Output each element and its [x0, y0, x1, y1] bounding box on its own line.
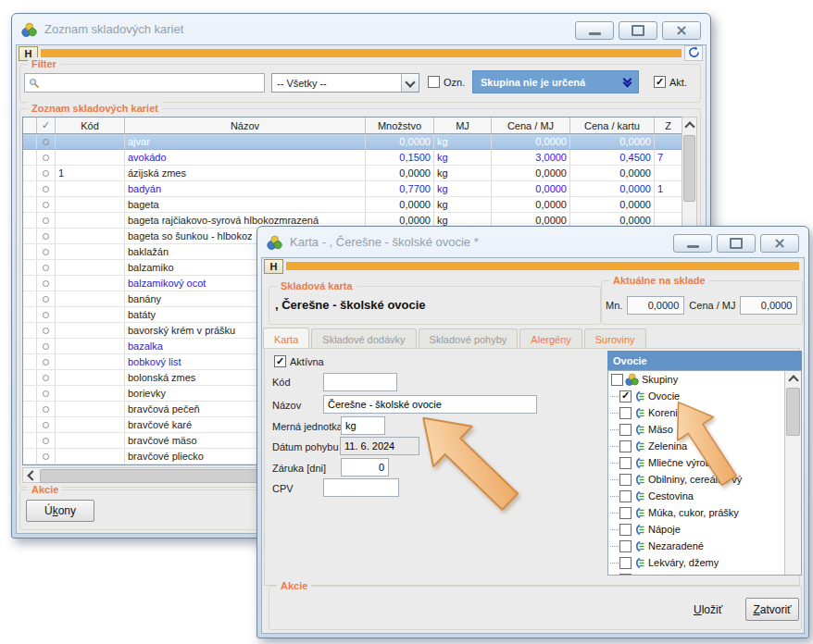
- group-filter-button[interactable]: Skupina nie je určená: [472, 70, 639, 93]
- skupiny-checkbox[interactable]: [611, 374, 623, 386]
- column-header[interactable]: Kód: [56, 118, 125, 133]
- checkmark-icon: ✓: [656, 77, 664, 87]
- scroll-left-arrow[interactable]: [23, 468, 38, 482]
- nazov-input[interactable]: [323, 395, 537, 414]
- tree-item[interactable]: Nápoje: [608, 521, 801, 538]
- table-row[interactable]: 1ázijská zmes0,0000kg0,00000,0000: [23, 166, 682, 181]
- toolbar-accent-bar: [41, 49, 682, 57]
- stock-list-titlebar[interactable]: Zoznam skladových kariet ×: [12, 14, 710, 44]
- cell-kod: [56, 197, 125, 212]
- tree-item-label: Koreniny: [648, 407, 688, 418]
- tab-alergeny[interactable]: Alergény: [519, 328, 582, 349]
- tree-item[interactable]: Obilniny, cereálne vý: [608, 471, 801, 488]
- tree-item-checkbox[interactable]: [619, 574, 632, 576]
- ukony-button-label-rest: ony: [58, 504, 76, 517]
- tree-item-label: Mäso: [648, 424, 673, 435]
- aktivna-checkbox[interactable]: ✓: [274, 355, 286, 367]
- app-icon: [267, 235, 282, 250]
- tree-item[interactable]: Mliečne výrobky: [608, 454, 801, 471]
- merna-jednotka-input[interactable]: [341, 416, 385, 435]
- history-button[interactable]: H: [264, 259, 283, 274]
- column-header[interactable]: Názov: [125, 118, 366, 133]
- stock-table-group-label: Zoznam skladových kariet: [28, 102, 162, 115]
- filter-type-dropdown[interactable]: -- Všetky --: [271, 73, 419, 93]
- row-marker-cell: [37, 229, 56, 243]
- akt-checkbox[interactable]: ✓: [654, 76, 666, 88]
- tab-skladove-dodavky[interactable]: Skladové dodávky: [311, 328, 416, 349]
- tree-item-checkbox[interactable]: [619, 490, 632, 502]
- tree-item-checkbox[interactable]: [619, 524, 632, 536]
- tree-item[interactable]: Cestovina: [608, 488, 801, 504]
- column-header[interactable]: Cena / MJ: [492, 118, 570, 133]
- column-header[interactable]: Množstvo: [366, 118, 434, 133]
- card-name-group: Skladová karta , Čerešne - školské ovoci…: [269, 286, 601, 325]
- zatvorit-button[interactable]: Zatvoriť: [745, 598, 799, 621]
- tree-item-checkbox[interactable]: [619, 540, 632, 552]
- scroll-up-arrow[interactable]: [682, 118, 696, 132]
- akt-checkbox-label: Akt.: [669, 77, 687, 88]
- tree-item[interactable]: Múka, cukor, prášky: [608, 504, 801, 521]
- tree-item[interactable]: Nezaradené: [608, 538, 801, 554]
- cpv-input[interactable]: [323, 478, 399, 497]
- close-button[interactable]: ×: [760, 234, 799, 253]
- vertical-scrollbar-thumb[interactable]: [683, 135, 695, 202]
- tree-item-checkbox[interactable]: [619, 407, 632, 419]
- tree-item-checkbox[interactable]: [619, 440, 632, 452]
- close-button[interactable]: ×: [662, 21, 701, 40]
- tree-item-checkbox[interactable]: [619, 457, 632, 469]
- tree-item[interactable]: ✓Ovocie: [608, 388, 801, 404]
- tree-item[interactable]: Koreniny: [608, 404, 801, 421]
- ozn-checkbox[interactable]: [428, 76, 440, 88]
- cena-mj-label: Cena / MJ: [689, 300, 735, 311]
- row-marker-icon: [43, 390, 49, 397]
- maximize-button[interactable]: [619, 21, 657, 40]
- tree-root-item[interactable]: Skupiny: [608, 371, 801, 388]
- group-icon: [633, 507, 645, 519]
- dropdown-arrow-button[interactable]: [401, 74, 419, 92]
- ukony-button[interactable]: Úkony: [26, 500, 94, 522]
- tree-item[interactable]: Lekváry, džemy: [608, 554, 801, 571]
- filter-search-input[interactable]: [43, 77, 264, 90]
- kod-input[interactable]: [323, 373, 397, 391]
- tab-suroviny[interactable]: Suroviny: [584, 328, 646, 349]
- column-header[interactable]: MJ: [434, 118, 492, 133]
- tab-skladove-pohyby[interactable]: Skladové pohyby: [419, 328, 519, 349]
- tree-item-checkbox[interactable]: [619, 474, 632, 486]
- maximize-button[interactable]: [717, 234, 756, 253]
- group-icon: [633, 490, 645, 502]
- row-marker-cell: [37, 449, 56, 464]
- tree-item-checkbox[interactable]: [619, 507, 632, 519]
- minimize-button[interactable]: [575, 21, 614, 40]
- datum-pohybu-input[interactable]: [340, 437, 419, 455]
- tree-item-checkbox[interactable]: [619, 557, 632, 569]
- row-marker-icon: [43, 328, 49, 334]
- row-spacer: [23, 370, 37, 385]
- group-filter-button-label: Skupina nie je určená: [481, 77, 585, 88]
- tab-karta[interactable]: Karta: [263, 328, 309, 349]
- tree-scrollbar-thumb[interactable]: [786, 388, 800, 436]
- table-row[interactable]: avokádo0,1500kg3,00000,45007: [23, 150, 682, 166]
- cell-nazov: avokádo: [125, 150, 366, 165]
- ulozit-button[interactable]: Uložiť: [688, 600, 728, 620]
- merna-jednotka-label: Merná jednotka: [272, 421, 343, 432]
- column-header[interactable]: ✓: [37, 118, 56, 133]
- tree-scrollbar[interactable]: [784, 371, 801, 575]
- table-row[interactable]: ajvar0,0000kg0,00000,0000: [23, 134, 682, 150]
- tree-item[interactable]: [608, 571, 801, 576]
- minimize-button[interactable]: [673, 234, 712, 253]
- row-marker-icon: [43, 139, 49, 145]
- cell-kod: [56, 339, 125, 353]
- tree-item-checkbox[interactable]: ✓: [619, 390, 632, 402]
- tree-item[interactable]: Zelenina: [608, 438, 801, 454]
- filter-group: Filter -- Všetky -- Ozn. Skupina n: [19, 64, 701, 103]
- refresh-button[interactable]: [684, 45, 703, 61]
- stock-card-titlebar[interactable]: Karta - , Čerešne - školské ovocie * ×: [257, 227, 808, 257]
- column-header[interactable]: Z: [655, 118, 682, 133]
- zaruka-input[interactable]: [341, 458, 389, 477]
- table-row[interactable]: badyán0,7700kg0,00000,00001: [23, 181, 682, 197]
- tree-item-checkbox[interactable]: [619, 424, 632, 436]
- tree-item[interactable]: Mäso: [608, 421, 801, 438]
- table-row[interactable]: bageta0,0000kg0,00000,0000: [23, 197, 682, 213]
- tree-scroll-up-arrow[interactable]: [785, 371, 801, 386]
- column-header[interactable]: Cena / kartu: [570, 118, 655, 133]
